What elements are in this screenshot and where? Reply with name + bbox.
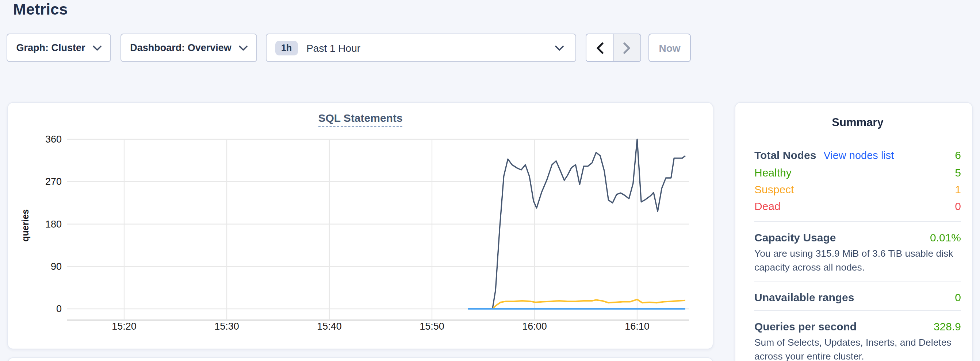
time-range-label: Past 1 Hour <box>306 42 360 54</box>
node-status-label: Dead <box>754 198 781 214</box>
dashboard-dropdown-label: Dashboard: Overview <box>130 42 231 53</box>
svg-text:16:00: 16:00 <box>522 321 547 332</box>
time-range-selector[interactable]: 1h Past 1 Hour <box>266 33 576 62</box>
summary-section-value: 328.9 <box>934 320 961 332</box>
summary-section-title: Capacity Usage <box>754 231 836 244</box>
x-grid-and-labels: 15:2015:3015:4015:5016:0016:10 <box>112 139 649 332</box>
svg-text:15:40: 15:40 <box>317 321 342 332</box>
svg-text:0: 0 <box>56 303 62 314</box>
node-status-value: 0 <box>955 198 961 214</box>
svg-text:90: 90 <box>51 261 62 272</box>
summary-sections: Capacity Usage0.01%You are using 315.9 M… <box>754 221 961 361</box>
sql-statements-chart[interactable]: 09018027036015:2015:3015:4015:5016:0016:… <box>8 103 713 348</box>
svg-text:180: 180 <box>45 219 62 230</box>
summary-divider <box>754 281 961 282</box>
summary-section-capacity-usage: Capacity Usage0.01% <box>754 231 961 244</box>
svg-text:15:50: 15:50 <box>420 321 444 332</box>
chevron-down-icon <box>93 45 102 51</box>
time-range-pager <box>585 33 641 62</box>
prev-time-button[interactable] <box>586 34 613 61</box>
summary-section-unavailable-ranges: Unavailable ranges0 <box>754 291 961 303</box>
svg-text:16:10: 16:10 <box>625 321 649 332</box>
svg-text:270: 270 <box>45 176 62 187</box>
series-statements-low-line <box>468 299 685 309</box>
node-status-row-total-nodes: Total NodesView nodes list6 <box>754 147 961 164</box>
summary-divider <box>754 221 961 222</box>
node-status-label: Total Nodes <box>754 147 816 163</box>
summary-section-description: You are using 315.9 MiB of 3.6 TiB usabl… <box>754 247 961 274</box>
chevron-down-icon <box>555 45 564 51</box>
node-status-value: 6 <box>955 147 961 163</box>
summary-section-description: Sum of Selects, Updates, Inserts, and De… <box>754 336 961 361</box>
next-time-button[interactable] <box>613 34 640 61</box>
chevron-right-icon <box>623 42 631 54</box>
summary-section-value: 0.01% <box>930 231 961 244</box>
graph-dropdown[interactable]: Graph: Cluster <box>6 33 111 62</box>
summary-section-title: Queries per second <box>754 320 857 332</box>
node-status-value: 1 <box>955 181 961 198</box>
node-status-rows: Total NodesView nodes list6Healthy5Suspe… <box>754 147 961 214</box>
svg-text:360: 360 <box>45 134 62 145</box>
node-status-label: Healthy <box>754 164 792 181</box>
svg-text:15:20: 15:20 <box>112 321 137 332</box>
sql-statements-chart-card: SQL Statements 09018027036015:2015:3015:… <box>7 102 713 349</box>
now-button[interactable]: Now <box>649 33 691 62</box>
summary-section-value: 0 <box>955 291 961 303</box>
summary-section-title: Unavailable ranges <box>754 291 854 303</box>
node-status-row-dead: Dead0 <box>754 198 961 214</box>
summary-panel: Summary Total NodesView nodes list6Healt… <box>735 102 973 361</box>
next-chart-card <box>7 357 713 361</box>
summary-section-queries-per-second: Queries per second328.9 <box>754 320 961 332</box>
node-status-row-suspect: Suspect1 <box>754 181 961 198</box>
view-nodes-list-link[interactable]: View nodes list <box>823 147 894 164</box>
page-title: Metrics <box>13 1 68 18</box>
chevron-down-icon <box>239 45 248 51</box>
summary-divider <box>754 310 961 311</box>
summary-title: Summary <box>754 116 961 129</box>
chevron-left-icon <box>596 42 604 54</box>
graph-dropdown-label: Graph: Cluster <box>16 42 85 53</box>
y-axis-title: queries <box>20 209 30 242</box>
time-range-badge: 1h <box>275 41 298 55</box>
node-status-row-healthy: Healthy5 <box>754 164 961 181</box>
svg-text:15:30: 15:30 <box>214 321 239 332</box>
node-status-value: 5 <box>955 164 961 181</box>
dashboard-dropdown[interactable]: Dashboard: Overview <box>121 33 257 62</box>
metrics-page: Metrics Graph: Cluster Dashboard: Overvi… <box>0 0 980 361</box>
node-status-label: Suspect <box>754 181 794 198</box>
now-button-label: Now <box>659 42 680 54</box>
